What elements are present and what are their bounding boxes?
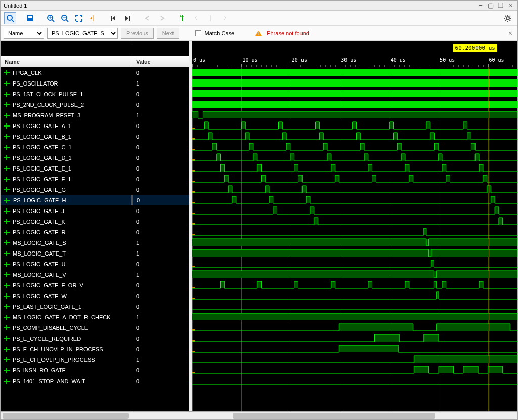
waveform-row[interactable] — [192, 205, 517, 216]
waveform-row[interactable] — [192, 67, 517, 78]
settings-icon[interactable] — [502, 12, 514, 24]
goto-marker-icon[interactable] — [87, 12, 99, 24]
zoom-expand-icon[interactable] — [73, 12, 85, 24]
cursor-center-icon[interactable] — [204, 12, 217, 24]
waveform-row[interactable] — [192, 131, 517, 142]
signal-row[interactable]: FPGA_CLK — [1, 67, 132, 78]
waveform-row[interactable] — [192, 375, 517, 386]
waveform-row[interactable] — [192, 78, 517, 89]
close-icon[interactable]: × — [507, 2, 514, 9]
search-field-select[interactable]: Name — [4, 28, 44, 39]
waveform-row[interactable] — [192, 227, 517, 237]
signal-row[interactable]: PS_E_CH_UNOVLP_IN_PROCESS — [1, 344, 132, 354]
signal-icon — [4, 177, 10, 182]
signal-value: 1 — [132, 237, 189, 248]
signal-row[interactable]: MS_LOGIC_GATE_A_DOT_R_CHECK — [1, 312, 132, 322]
waveform-row[interactable] — [192, 195, 517, 205]
waveform-row[interactable] — [192, 259, 517, 269]
signal-icon — [4, 198, 10, 203]
time-ruler[interactable]: 0 us10 us20 us30 us40 us50 us60 us — [192, 56, 517, 67]
waveform-row[interactable] — [192, 344, 517, 354]
column-header-value[interactable]: Value — [132, 56, 189, 67]
prev-edge-icon[interactable] — [190, 12, 202, 24]
waveform-row[interactable] — [192, 89, 517, 99]
signal-row[interactable]: MS_PROGRAM_RESET_3 — [1, 110, 132, 120]
column-header-name[interactable]: Name — [1, 56, 132, 67]
signal-row[interactable]: PS_LOGIC_GATE_D_1 — [1, 152, 132, 163]
match-case-checkbox[interactable] — [195, 30, 201, 36]
signal-row[interactable]: PS_2ND_CLOCK_PULSE_2 — [1, 99, 132, 110]
signal-row[interactable]: PS_E_CYCLE_REQUIRED — [1, 333, 132, 344]
zoom-fit-icon[interactable] — [4, 12, 16, 24]
next-edge-icon[interactable] — [219, 12, 231, 24]
signal-row[interactable]: PS_LOGIC_GATE_W — [1, 290, 132, 301]
signal-row[interactable]: PS_LOGIC_GATE_F_1 — [1, 174, 132, 184]
signal-row[interactable]: MS_LOGIC_GATE_T — [1, 248, 132, 259]
search-prev-button[interactable]: PPreviousrevious — [121, 28, 154, 39]
waveform-row[interactable] — [192, 99, 517, 110]
maximize-icon[interactable]: ▢ — [487, 2, 494, 9]
waveform-row[interactable] — [192, 312, 517, 322]
signal-row[interactable]: PS_LOGIC_GATE_U — [1, 259, 132, 269]
signal-row[interactable]: PS_LAST_LOGIC_GATE_1 — [1, 301, 132, 312]
signal-row[interactable]: PS_LOGIC_GATE_K — [1, 216, 132, 227]
zoom-in-icon[interactable] — [45, 12, 57, 24]
waveform-row[interactable] — [192, 142, 517, 152]
last-icon[interactable] — [121, 12, 134, 24]
search-query-select[interactable]: PS_LOGIC_GATE_S — [47, 28, 118, 39]
minimize-icon[interactable]: − — [477, 2, 484, 9]
waveform-row[interactable] — [192, 280, 517, 290]
svg-rect-19 — [192, 69, 517, 76]
signal-row[interactable]: PS_OSCILLATOR — [1, 78, 132, 89]
waveform-row[interactable] — [192, 174, 517, 184]
signal-value: 0 — [132, 174, 189, 184]
save-icon[interactable] — [24, 12, 36, 24]
zoom-out-icon[interactable] — [59, 12, 71, 24]
waveform-row[interactable] — [192, 290, 517, 301]
signal-row[interactable]: PS_1401_STOP_AND_WAIT — [1, 375, 132, 386]
redo-icon[interactable] — [156, 12, 168, 24]
search-next-button[interactable]: NextNext — [157, 28, 180, 39]
signal-row[interactable]: PS_COMP_DISABLE_CYCLE — [1, 322, 132, 333]
signal-row[interactable]: PS_LOGIC_GATE_J — [1, 205, 132, 216]
undo-icon[interactable] — [142, 12, 154, 24]
name-scrollbar-thumb[interactable] — [3, 413, 129, 419]
waveform-row[interactable] — [192, 152, 517, 163]
waveform-row[interactable] — [192, 354, 517, 365]
waveform-row[interactable] — [192, 248, 517, 259]
signal-row[interactable]: PS_LOGIC_GATE_B_1 — [1, 131, 132, 142]
signal-name: PS_1ST_CLOCK_PULSE_1 — [13, 91, 83, 97]
signal-row[interactable]: MS_LOGIC_GATE_V — [1, 269, 132, 280]
signal-row[interactable]: PS_1ST_CLOCK_PULSE_1 — [1, 89, 132, 99]
restore-icon[interactable]: ❐ — [497, 2, 504, 9]
signal-row[interactable]: PS_INSN_RO_GATE — [1, 365, 132, 375]
waveform-row[interactable] — [192, 110, 517, 120]
waveform-row[interactable] — [192, 237, 517, 248]
signal-row[interactable]: MS_LOGIC_GATE_S — [1, 237, 132, 248]
add-cursor-icon[interactable]: + — [176, 12, 188, 24]
search-close-icon[interactable]: × — [506, 29, 514, 37]
signal-row[interactable]: PS_LOGIC_GATE_A_1 — [1, 120, 132, 131]
signal-icon — [4, 166, 10, 171]
waveform-row[interactable] — [192, 120, 517, 131]
signal-row[interactable]: PS_LOGIC_GATE_C_1 — [1, 142, 132, 152]
waveform-row[interactable] — [192, 322, 517, 333]
waveform-row[interactable] — [192, 333, 517, 344]
signal-row[interactable]: PS_LOGIC_GATE_R — [1, 227, 132, 237]
signal-row[interactable]: PS_E_CH_OVLP_IN_PROCESS — [1, 354, 132, 365]
signal-name: PS_INSN_RO_GATE — [13, 367, 66, 373]
signal-row[interactable]: PS_LOGIC_GATE_H — [1, 195, 132, 205]
waveform-row[interactable] — [192, 269, 517, 280]
signal-row[interactable]: PS_LOGIC_GATE_E_OR_V — [1, 280, 132, 290]
signal-value: 0 — [132, 301, 189, 312]
waveform-row[interactable] — [192, 301, 517, 312]
signal-row[interactable]: PS_LOGIC_GATE_G — [1, 184, 132, 195]
waveform-row[interactable] — [192, 163, 517, 174]
wave-scrollbar-thumb[interactable] — [233, 413, 435, 419]
waveform-area[interactable] — [192, 67, 517, 411]
signal-row[interactable]: PS_LOGIC_GATE_E_1 — [1, 163, 132, 174]
waveform-row[interactable] — [192, 216, 517, 227]
waveform-row[interactable] — [192, 365, 517, 375]
waveform-row[interactable] — [192, 184, 517, 195]
first-icon[interactable] — [107, 12, 119, 24]
